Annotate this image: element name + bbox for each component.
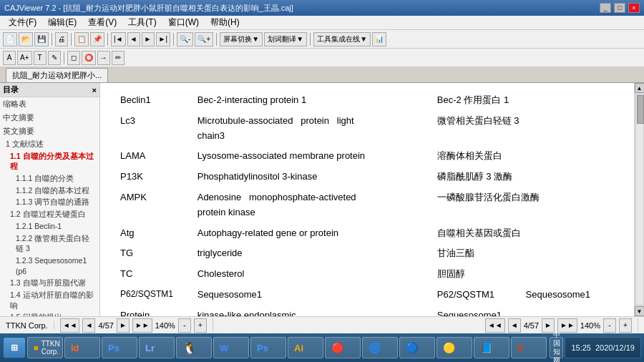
abbr-cell: P13K xyxy=(114,167,192,187)
abbr-cell: P62/SQSTM1 xyxy=(114,285,192,305)
app-icon-red: 🔴 xyxy=(331,342,343,353)
taskbar-app-penguin[interactable]: 🐧 xyxy=(176,337,212,358)
toc-item-1[interactable]: 1.1 自噬的分类及基本过程 xyxy=(0,150,99,172)
t2-btn7[interactable]: → xyxy=(97,51,110,65)
taskbar-app-yellow[interactable]: 🟡 xyxy=(436,337,472,358)
t2-btn8[interactable]: ✏ xyxy=(112,51,125,65)
window-title: CAJViewer 7.2 - [抗阻_耐力运动对肥胖小鼠肝脏自噬相关蛋白表达的… xyxy=(4,3,293,14)
taskbar-app-blue2[interactable]: 🔵 xyxy=(399,337,435,358)
sidebar-section-en-abstract[interactable]: 英文摘要 xyxy=(0,124,99,138)
copy-btn[interactable]: 📋 xyxy=(74,32,89,47)
scroll-down-btn[interactable]: ▼ xyxy=(635,306,645,316)
zoom-minus-r[interactable]: - xyxy=(603,318,616,333)
t2-btn6[interactable]: ⭕ xyxy=(82,51,96,65)
menu-tools[interactable]: 工具(T) xyxy=(122,16,162,29)
menu-view[interactable]: 查看(V) xyxy=(82,16,122,29)
nav-last[interactable]: ►| xyxy=(156,32,171,47)
paste-btn[interactable]: 📌 xyxy=(90,32,104,47)
sep5 xyxy=(216,33,217,46)
zoom-out[interactable]: 🔍- xyxy=(177,32,193,47)
maximize-button[interactable]: □ xyxy=(614,3,625,13)
nav-section: ◄◄ ◄ 4/57 ► ►► 140% - + xyxy=(60,318,213,333)
t2-btn5[interactable]: ◻ xyxy=(67,51,80,65)
english-cell: Phosphatidylinositol 3-kinase xyxy=(192,167,431,187)
start-button[interactable]: ⊞ xyxy=(3,337,26,358)
close-button[interactable]: × xyxy=(628,3,640,13)
status-nav-next[interactable]: ► xyxy=(117,318,130,333)
menu-file[interactable]: 文件(F) xyxy=(3,16,42,29)
taskbar-app-lr[interactable]: Lr xyxy=(139,337,175,358)
taskbar-app-ps2[interactable]: Ps xyxy=(250,337,286,358)
minimize-button[interactable]: _ xyxy=(600,3,611,13)
toc-item-4[interactable]: 1.1.3 调节自噬的通路 xyxy=(0,196,99,208)
chinese-cell: 自噬相关基因或蛋白 xyxy=(431,223,620,244)
tool2-btn[interactable]: 划词翻译▼ xyxy=(264,32,307,47)
toc-item-7[interactable]: 1.2.2 微管相关蛋白轻链 3 xyxy=(0,233,99,255)
lc3-english: Microtubule-associated protein light xyxy=(197,115,354,126)
toc-item-9[interactable]: 1.3 自噬与肝脏脂代谢 xyxy=(0,277,99,289)
extra-btn[interactable]: 工具集成在线▼ xyxy=(313,32,371,47)
nav-first[interactable]: |◄ xyxy=(111,32,126,47)
zoom-label: 140% xyxy=(155,321,175,330)
save-btn[interactable]: 💾 xyxy=(34,32,49,47)
taskbar-app-blue1[interactable]: 🌀 xyxy=(362,337,398,358)
status-nav-prev-r[interactable]: ◄ xyxy=(508,318,521,333)
nav-next[interactable]: ► xyxy=(142,32,155,47)
table-row: TG triglyceride 甘油三酯 xyxy=(114,243,620,264)
toc-item-11[interactable]: 1.5 问题的提出 xyxy=(0,311,99,316)
chinese-cell: Bec-2 作用蛋白 1 xyxy=(431,90,620,111)
scroll-up-btn[interactable]: ▲ xyxy=(635,83,645,93)
t2-btn2[interactable]: A+ xyxy=(17,51,32,65)
toc-item-0[interactable]: 1 文献综述 xyxy=(0,138,99,150)
scrollbar-track[interactable] xyxy=(635,94,644,305)
sep1 xyxy=(52,33,52,46)
status-nav-first-r[interactable]: ◄◄ xyxy=(485,318,505,333)
abbr-cell: Beclin1 xyxy=(114,90,192,111)
menu-help[interactable]: 帮助(H) xyxy=(205,16,245,29)
zoom-plus[interactable]: + xyxy=(194,318,207,333)
toc-item-3[interactable]: 1.1.2 自噬的基本过程 xyxy=(0,185,99,197)
doc-tab[interactable]: 抗阻_耐力运动对肥胖小... xyxy=(6,68,108,82)
toc-item-6[interactable]: 1.2.1 Beclin-1 xyxy=(0,220,99,233)
abbr-cell: Atg xyxy=(114,223,192,244)
sidebar-section-cn-abstract[interactable]: 中文摘要 xyxy=(0,111,99,124)
p62-label: P62/SQSTM1 xyxy=(437,289,494,300)
t2-btn1[interactable]: A xyxy=(3,51,16,65)
sidebar-close[interactable]: × xyxy=(92,86,97,94)
taskbar-app-book[interactable]: 📘 xyxy=(474,337,509,358)
status-nav-last[interactable]: ►► xyxy=(132,318,152,333)
status-nav-prev[interactable]: ◄ xyxy=(82,318,95,333)
taskbar-app-ps1[interactable]: Ps xyxy=(102,337,137,358)
cn-knowledge-logo[interactable]: 中国知网 xyxy=(550,337,563,358)
menu-edit[interactable]: 编辑(E) xyxy=(42,16,82,29)
taskbar-app-red[interactable]: 🔴 xyxy=(325,337,361,358)
zoom-in[interactable]: 🔍+ xyxy=(195,32,213,47)
app-icon-v: V xyxy=(517,343,524,353)
print-btn[interactable]: 🖨 xyxy=(55,32,68,47)
taskbar-app-v[interactable]: V xyxy=(511,337,547,358)
open-btn[interactable]: 📂 xyxy=(19,32,33,47)
t2-btn3[interactable]: T xyxy=(34,51,47,65)
nav-prev[interactable]: ◄ xyxy=(127,32,140,47)
t2-btn4[interactable]: ✎ xyxy=(48,51,61,65)
toc-item-10[interactable]: 1.4 运动对肝脏自噬的影响 xyxy=(0,289,99,311)
zoom-minus[interactable]: - xyxy=(178,318,191,333)
toc-item-2[interactable]: 1.1.1 自噬的分类 xyxy=(0,172,99,185)
extra2-btn[interactable]: 📊 xyxy=(372,32,386,47)
app-icon-id: Id xyxy=(71,343,79,353)
zoom-plus-r[interactable]: + xyxy=(619,318,632,333)
status-nav-first[interactable]: ◄◄ xyxy=(60,318,80,333)
taskbar-app-ai[interactable]: Ai xyxy=(288,337,323,358)
new-btn[interactable]: 📄 xyxy=(3,32,17,47)
taskbar-app-ttkn[interactable]: ■ TTKN Corp. xyxy=(27,337,63,358)
scrollbar-thumb[interactable] xyxy=(637,95,644,124)
toc-item-5[interactable]: 1.2 自噬过程关键蛋白 xyxy=(0,208,99,220)
sidebar-toc: 目录 × 缩略表 中文摘要 英文摘要 1 文献综述 1.1 自噬的分类及基本过程… xyxy=(0,83,100,316)
select-btn[interactable]: 屏幕切换▼ xyxy=(220,32,263,47)
sidebar-section-summary[interactable]: 缩略表 xyxy=(0,97,99,111)
menu-window[interactable]: 窗口(W) xyxy=(162,16,205,29)
menu-bar: 文件(F) 编辑(E) 查看(V) 工具(T) 窗口(W) 帮助(H) xyxy=(0,16,644,30)
taskbar-app-id[interactable]: Id xyxy=(64,337,100,358)
toc-item-8[interactable]: 1.2.3 Sequesosome1 (p6 xyxy=(0,255,99,277)
taskbar-app-word[interactable]: W xyxy=(213,337,249,358)
